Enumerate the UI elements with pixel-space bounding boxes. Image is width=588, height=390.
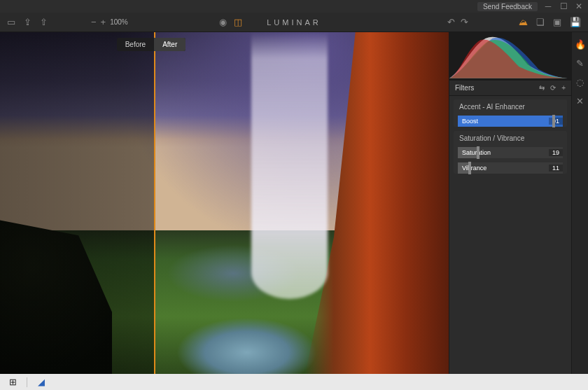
slider-value: 11: [549, 165, 563, 172]
app-title: LUMINAR: [267, 18, 321, 27]
layers-icon[interactable]: ❏: [536, 18, 545, 27]
before-overlay: [0, 32, 154, 374]
windows-taskbar: ⊞ ◢: [0, 374, 588, 390]
export-icon[interactable]: ⇪: [24, 18, 31, 27]
filters-add-icon[interactable]: +: [561, 84, 566, 92]
slider-boost[interactable]: Boost91: [458, 116, 563, 127]
undo-icon[interactable]: ↶: [447, 18, 455, 27]
eye-icon[interactable]: ◉: [219, 18, 227, 27]
maximize-button[interactable]: ☐: [559, 1, 568, 11]
zoom-out-button[interactable]: −: [91, 18, 97, 27]
filters-header: Filters ⇆ ⟳ +: [449, 80, 571, 96]
save-icon[interactable]: 💾: [570, 18, 581, 27]
zoom-level[interactable]: 100%: [110, 18, 128, 26]
tool-brush[interactable]: ✎: [576, 58, 584, 69]
filter-title[interactable]: Saturation / Vibrance: [454, 131, 567, 146]
filter-block: Accent - AI EnhancerBoost91: [454, 99, 567, 127]
image-canvas[interactable]: Before After: [0, 32, 449, 374]
after-tab[interactable]: After: [154, 38, 186, 51]
redo-icon[interactable]: ↷: [461, 18, 468, 27]
open-icon[interactable]: ▭: [7, 18, 15, 27]
slider-handle[interactable]: [468, 162, 471, 174]
before-tab[interactable]: Before: [117, 38, 154, 51]
slider-value: 91: [549, 118, 563, 125]
filters-swap-icon[interactable]: ⇆: [539, 84, 545, 92]
app-toolbar: ▭ ⇪ ⇧ − + 100% ◉ ◫ LUMINAR ↶ ↷ ⛰ ❏ ▣ 💾: [0, 13, 588, 32]
crop-icon[interactable]: ▣: [553, 18, 561, 27]
start-button[interactable]: ⊞: [3, 374, 22, 390]
slider-label: Saturation: [458, 149, 549, 156]
tool-adjust[interactable]: 🔥: [575, 39, 586, 50]
share-icon[interactable]: ⇧: [40, 18, 48, 27]
zoom-controls: − + 100%: [91, 18, 128, 27]
right-panel: Filters ⇆ ⟳ + Accent - AI EnhancerBoost9…: [449, 32, 571, 374]
slider-saturation[interactable]: Saturation19: [458, 147, 563, 158]
slider-handle[interactable]: [552, 115, 555, 127]
zoom-in-button[interactable]: +: [101, 18, 106, 27]
slider-handle[interactable]: [477, 146, 479, 159]
tool-shuffle[interactable]: ✕: [576, 96, 584, 106]
close-button[interactable]: ✕: [574, 1, 584, 11]
tool-erase[interactable]: ◌: [576, 77, 584, 88]
taskbar-app-luminar[interactable]: ◢: [31, 374, 51, 390]
minimize-button[interactable]: ─: [543, 1, 553, 11]
before-after-toggle: Before After: [117, 38, 186, 51]
main-area: Before After Filters ⇆ ⟳ + Accent - AI E…: [0, 32, 588, 374]
tools-strip: 🔥 ✎ ◌ ✕: [571, 32, 588, 374]
slider-vibrance[interactable]: Vibrance11: [458, 162, 563, 174]
slider-label: Boost: [458, 118, 549, 125]
filter-block: Saturation / VibranceSaturation19Vibranc…: [454, 131, 567, 174]
filters-title: Filters: [455, 84, 474, 92]
send-feedback-button[interactable]: Send Feedback: [477, 2, 538, 11]
compare-divider[interactable]: [154, 32, 155, 374]
filter-title[interactable]: Accent - AI Enhancer: [454, 99, 567, 114]
compare-icon[interactable]: ◫: [234, 18, 242, 27]
slider-label: Vibrance: [458, 165, 549, 172]
histogram-icon[interactable]: ⛰: [519, 18, 528, 27]
system-bar: Send Feedback ─ ☐ ✕: [0, 0, 588, 13]
filters-reset-icon[interactable]: ⟳: [550, 84, 556, 92]
histogram[interactable]: [449, 32, 571, 80]
slider-value: 19: [549, 149, 563, 156]
